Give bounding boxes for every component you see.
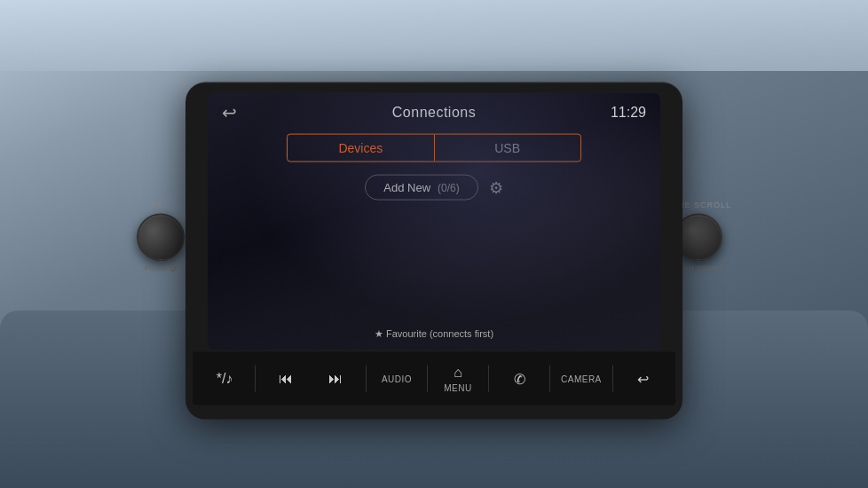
audio-button[interactable]: AUDIO	[377, 374, 416, 383]
tabs-container: Devices USB	[287, 134, 581, 162]
settings-gear-button[interactable]: ⚙	[489, 177, 503, 197]
menu-label: MENU	[444, 383, 471, 393]
divider-1	[255, 366, 256, 392]
next-track-icon: ⏭	[328, 371, 343, 387]
add-new-row: Add New (0/6) ⚙	[208, 175, 660, 201]
tab-usb[interactable]: USB	[435, 135, 580, 161]
menu-button[interactable]: ⌂ MENU	[438, 365, 477, 393]
tab-devices[interactable]: Devices	[288, 135, 434, 161]
divider-4	[488, 366, 489, 392]
prev-track-button[interactable]: ⏮	[266, 371, 305, 387]
favourite-hint: ★ Favourite (connects first)	[375, 328, 493, 340]
push-power-label: PUSH ⏻	[145, 264, 176, 272]
back-button[interactable]: ↩	[222, 102, 237, 123]
divider-5	[549, 366, 550, 392]
windshield-area	[0, 0, 868, 71]
infotainment-unit: ↩ Connections 11:29 Devices USB Add New …	[185, 83, 683, 420]
divider-6	[612, 366, 613, 392]
control-strip: */♪ ⏮ ⏭ AUDIO ⌂ MENU ✆ CAMERA ↩	[193, 352, 675, 405]
add-new-label: Add New	[383, 181, 430, 194]
divider-2	[366, 366, 367, 392]
back-nav-icon: ↩	[637, 370, 649, 387]
screen-header: ↩ Connections 11:29	[208, 93, 660, 130]
vol-knob-assembly: VOL PUSH ⏻	[137, 201, 185, 272]
device-count: (0/6)	[438, 181, 460, 193]
prev-track-icon: ⏮	[279, 371, 293, 387]
home-icon: ⌂	[454, 365, 462, 381]
screen-title: Connections	[392, 105, 476, 121]
vol-label: VOL	[151, 201, 170, 209]
screen-content: ↩ Connections 11:29 Devices USB Add New …	[208, 93, 660, 350]
camera-button[interactable]: CAMERA	[561, 374, 602, 383]
phone-icon: ✆	[514, 370, 525, 387]
divider-3	[427, 366, 428, 392]
screen-body: ★ Favourite (connects first)	[208, 201, 660, 350]
add-new-button[interactable]: Add New (0/6)	[365, 175, 477, 201]
camera-label: CAMERA	[561, 374, 602, 383]
infotainment-screen[interactable]: ↩ Connections 11:29 Devices USB Add New …	[208, 93, 660, 350]
back-nav-button[interactable]: ↩	[624, 370, 663, 387]
audio-label: AUDIO	[382, 374, 412, 383]
vol-knob[interactable]	[137, 213, 185, 261]
screen-time: 11:29	[611, 105, 646, 121]
bluetooth-music-button[interactable]: */♪	[205, 371, 244, 387]
bluetooth-music-icon: */♪	[217, 371, 233, 387]
next-track-button[interactable]: ⏭	[316, 371, 355, 387]
phone-button[interactable]: ✆	[500, 370, 539, 387]
